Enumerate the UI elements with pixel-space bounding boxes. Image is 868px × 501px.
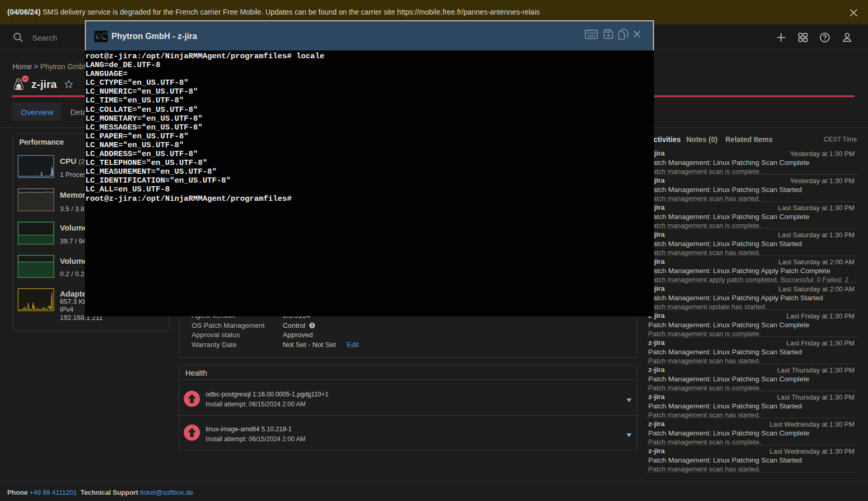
svg-text:C:\: C:\ <box>96 35 104 41</box>
